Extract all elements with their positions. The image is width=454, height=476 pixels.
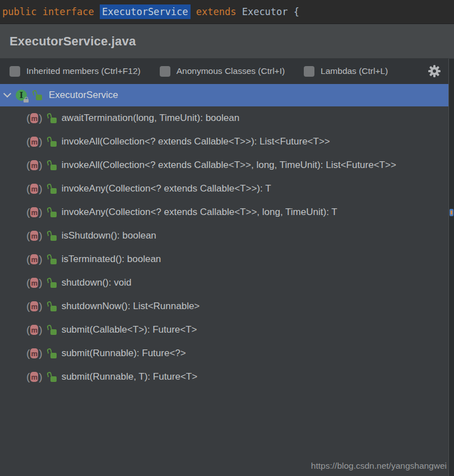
public-open-lock-icon — [47, 160, 57, 170]
settings-gear-icon[interactable] — [427, 64, 442, 78]
method-signature: submit(Runnable): Future<?> — [62, 348, 186, 359]
checkbox-icon[interactable] — [304, 66, 314, 77]
abstract-method-icon: ( m ) — [26, 301, 43, 312]
scrollbar-marker — [450, 209, 453, 216]
method-icon-paren: ( — [26, 160, 30, 171]
abstract-method-icon: ( m ) — [26, 277, 43, 288]
method-icon-letter: m — [30, 372, 38, 382]
method-icon-paren: ( — [26, 230, 30, 241]
method-icon-paren: ) — [39, 207, 42, 218]
public-open-lock-icon — [33, 90, 42, 100]
tree-method-row[interactable]: ( m ) invokeAll(Collection<? extends Cal… — [0, 130, 448, 153]
method-icon-paren: ) — [39, 230, 42, 241]
method-icon-paren: ) — [39, 183, 42, 194]
abstract-method-icon: ( m ) — [26, 207, 43, 218]
method-icon-paren: ) — [39, 136, 42, 147]
code-token-selected: ExecutorService — [100, 4, 191, 19]
method-signature: invokeAll(Collection<? extends Callable<… — [62, 160, 396, 171]
code-token-keyword: public interface — [2, 6, 100, 17]
method-icon-letter: m — [30, 113, 38, 123]
method-signature: shutdownNow(): List<Runnable> — [62, 301, 200, 312]
method-icon-letter: m — [30, 325, 38, 335]
public-open-lock-icon — [47, 325, 57, 335]
method-icon-paren: ( — [26, 183, 30, 194]
popup-title: ExecutorService.java — [10, 34, 136, 49]
interface-icon: I — [16, 90, 28, 101]
checkbox-anonymous-classes[interactable]: Anonymous Classes (Ctrl+I) — [160, 66, 285, 77]
public-open-lock-icon — [47, 254, 57, 264]
method-signature: invokeAny(Collection<? extends Callable<… — [62, 207, 337, 218]
method-icon-paren: ( — [26, 371, 30, 382]
tree-method-row[interactable]: ( m ) invokeAny(Collection<? extends Cal… — [0, 200, 448, 224]
public-open-lock-icon — [47, 184, 57, 194]
method-icon-paren: ) — [39, 371, 42, 382]
editor-code-line: public interface ExecutorService extends… — [0, 0, 454, 24]
checkbox-label: Lambdas (Ctrl+L) — [321, 66, 388, 76]
method-signature: submit(Callable<T>): Future<T> — [62, 324, 197, 335]
tree-method-row[interactable]: ( m ) invokeAny(Collection<? extends Cal… — [0, 177, 448, 200]
tree-method-row[interactable]: ( m ) submit(Runnable, T): Future<T> — [0, 365, 448, 389]
method-icon-paren: ( — [26, 254, 30, 265]
checkbox-icon[interactable] — [10, 66, 20, 77]
abstract-method-icon: ( m ) — [26, 183, 43, 194]
checkbox-lambdas[interactable]: Lambdas (Ctrl+L) — [304, 66, 388, 77]
method-signature: isShutdown(): boolean — [62, 230, 156, 241]
tree-method-row[interactable]: ( m ) isShutdown(): boolean — [0, 224, 448, 248]
abstract-method-icon: ( m ) — [26, 160, 43, 171]
method-icon-letter: m — [30, 348, 38, 358]
method-signature: invokeAll(Collection<? extends Callable<… — [62, 136, 330, 147]
method-icon-paren: ( — [26, 348, 30, 359]
abstract-method-icon: ( m ) — [26, 113, 43, 124]
code-token-plain — [191, 6, 196, 17]
file-structure-popup-header: ExecutorService.java — [0, 24, 454, 58]
checkbox-inherited-members[interactable]: Inherited members (Ctrl+F12) — [10, 66, 141, 77]
method-icon-paren: ( — [26, 136, 30, 147]
checkbox-label: Anonymous Classes (Ctrl+I) — [177, 66, 285, 76]
popup-toolbar: Inherited members (Ctrl+F12) Anonymous C… — [0, 58, 448, 84]
tree-method-row[interactable]: ( m ) shutdownNow(): List<Runnable> — [0, 295, 448, 318]
method-icon-letter: m — [30, 184, 38, 194]
public-open-lock-icon — [47, 207, 57, 217]
method-signature: invokeAny(Collection<? extends Callable<… — [62, 183, 271, 194]
watermark-url: https://blog.csdn.net/yangshangwei — [311, 461, 447, 471]
public-open-lock-icon — [47, 113, 57, 123]
tree-method-row[interactable]: ( m ) awaitTermination(long, TimeUnit): … — [0, 106, 448, 130]
checkbox-icon[interactable] — [160, 66, 170, 77]
method-icon-paren: ) — [39, 113, 42, 124]
code-token-plain: Executor { — [236, 6, 299, 17]
method-icon-paren: ( — [26, 113, 30, 124]
tree-method-row[interactable]: ( m ) shutdown(): void — [0, 271, 448, 295]
abstract-method-icon: ( m ) — [26, 136, 43, 147]
checkbox-label: Inherited members (Ctrl+F12) — [26, 66, 141, 76]
method-icon-letter: m — [30, 278, 38, 288]
method-icon-letter: m — [30, 301, 38, 311]
method-icon-paren: ) — [39, 348, 42, 359]
abstract-method-icon: ( m ) — [26, 348, 43, 359]
method-signature: shutdown(): void — [62, 277, 132, 288]
method-icon-paren: ) — [39, 324, 42, 335]
code-token-keyword: extends — [196, 6, 237, 17]
method-icon-letter: m — [30, 231, 38, 241]
scrollbar-track[interactable] — [448, 59, 454, 476]
public-open-lock-icon — [47, 231, 57, 241]
method-signature: isTerminated(): boolean — [62, 254, 161, 265]
public-open-lock-icon — [47, 137, 57, 147]
method-icon-paren: ) — [39, 160, 42, 171]
abstract-method-icon: ( m ) — [26, 254, 43, 265]
chevron-expanded-icon[interactable] — [3, 90, 11, 97]
tree-method-row[interactable]: ( m ) submit(Runnable): Future<?> — [0, 342, 448, 365]
public-open-lock-icon — [47, 372, 57, 382]
abstract-method-icon: ( m ) — [26, 230, 43, 241]
tree-method-row[interactable]: ( m ) invokeAll(Collection<? extends Cal… — [0, 153, 448, 177]
method-icon-paren: ) — [39, 254, 42, 265]
method-icon-paren: ) — [39, 277, 42, 288]
method-icon-letter: m — [30, 254, 38, 264]
tree-root-row-executorservice[interactable]: I ExecutorService — [0, 84, 448, 106]
method-icon-letter: m — [30, 207, 38, 217]
tree-method-row[interactable]: ( m ) isTerminated(): boolean — [0, 248, 448, 271]
tree-method-row[interactable]: ( m ) submit(Callable<T>): Future<T> — [0, 318, 448, 342]
method-icon-paren: ( — [26, 324, 30, 335]
method-signature: awaitTermination(long, TimeUnit): boolea… — [62, 113, 240, 124]
structure-tree: I ExecutorService ( m ) awaitTermination… — [0, 84, 448, 389]
abstract-method-icon: ( m ) — [26, 371, 43, 382]
